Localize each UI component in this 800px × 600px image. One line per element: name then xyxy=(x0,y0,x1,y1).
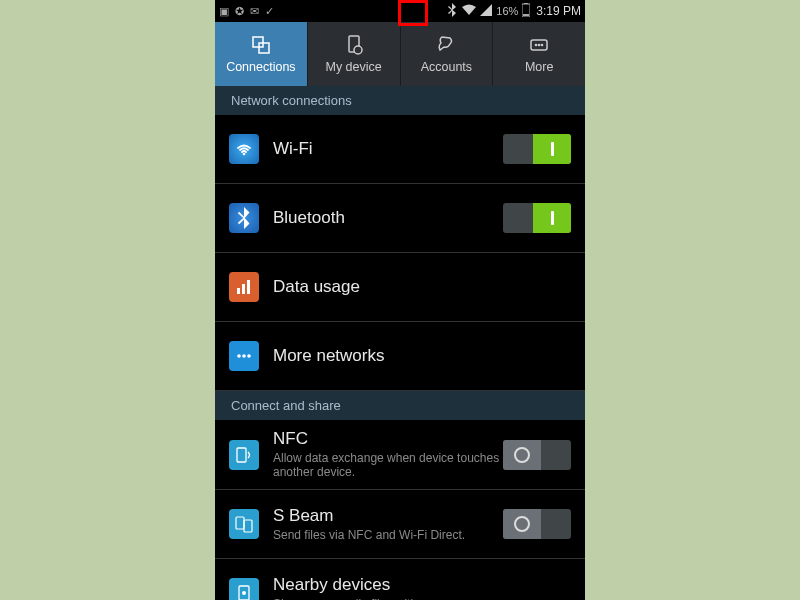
nearby-sub: Share your media files with xyxy=(273,597,571,600)
nfc-icon xyxy=(229,440,259,470)
svg-rect-20 xyxy=(244,520,252,532)
svg-point-22 xyxy=(242,591,246,595)
nfc-label: NFC xyxy=(273,430,503,449)
my-device-icon xyxy=(343,34,365,56)
battery-icon xyxy=(522,3,530,19)
s-beam-icon xyxy=(229,509,259,539)
image-icon: ▣ xyxy=(219,5,229,18)
more-networks-icon xyxy=(229,341,259,371)
svg-rect-14 xyxy=(247,280,250,294)
data-usage-icon xyxy=(229,272,259,302)
s-beam-toggle[interactable] xyxy=(503,509,571,539)
wifi-icon xyxy=(462,4,476,18)
svg-point-10 xyxy=(541,44,544,47)
status-time: 3:19 PM xyxy=(536,4,581,18)
svg-point-17 xyxy=(247,354,251,358)
svg-rect-2 xyxy=(523,14,529,16)
connections-icon xyxy=(250,34,272,56)
mail-icon: ✉ xyxy=(250,5,259,18)
s-beam-label: S Beam xyxy=(273,507,503,526)
tab-accounts[interactable]: Accounts xyxy=(400,22,493,86)
svg-point-16 xyxy=(242,354,246,358)
battery-percent: 16% xyxy=(496,5,518,17)
shield-icon: ✪ xyxy=(235,5,244,18)
nfc-sub: Allow data exchange when device touches … xyxy=(273,451,503,480)
bluetooth-label: Bluetooth xyxy=(273,209,503,228)
svg-point-8 xyxy=(535,44,538,47)
phone-screen: ▣ ✪ ✉ ✓ 16% 3:19 PM Co xyxy=(215,0,585,600)
signal-icon xyxy=(480,4,492,18)
tab-label: Accounts xyxy=(421,60,472,74)
more-icon xyxy=(528,34,550,56)
nearby-label: Nearby devices xyxy=(273,576,571,595)
more-networks-label: More networks xyxy=(273,347,571,366)
tab-connections[interactable]: Connections xyxy=(215,22,307,86)
tab-label: More xyxy=(525,60,553,74)
bluetooth-icon xyxy=(229,203,259,233)
svg-point-9 xyxy=(538,44,541,47)
s-beam-sub: Send files via NFC and Wi-Fi Direct. xyxy=(273,528,503,542)
svg-rect-18 xyxy=(237,448,246,462)
svg-rect-13 xyxy=(242,284,245,294)
svg-rect-4 xyxy=(259,43,269,53)
bluetooth-toggle[interactable] xyxy=(503,203,571,233)
svg-rect-12 xyxy=(237,288,240,294)
svg-point-6 xyxy=(354,46,362,54)
svg-rect-1 xyxy=(524,3,528,4)
row-data-usage[interactable]: Data usage xyxy=(215,253,585,322)
tab-my-device[interactable]: My device xyxy=(307,22,400,86)
nearby-devices-icon xyxy=(229,578,259,600)
row-s-beam[interactable]: S Beam Send files via NFC and Wi-Fi Dire… xyxy=(215,490,585,559)
row-nearby-devices[interactable]: Nearby devices Share your media files wi… xyxy=(215,559,585,600)
tab-more[interactable]: More xyxy=(492,22,585,86)
svg-point-11 xyxy=(243,153,246,156)
bluetooth-icon xyxy=(446,3,458,19)
nfc-toggle[interactable] xyxy=(503,440,571,470)
settings-tabs: Connections My device Accounts More xyxy=(215,22,585,86)
wifi-label: Wi-Fi xyxy=(273,140,503,159)
wifi-toggle[interactable] xyxy=(503,134,571,164)
row-nfc[interactable]: NFC Allow data exchange when device touc… xyxy=(215,420,585,490)
section-network-connections: Network connections xyxy=(215,86,585,115)
accounts-icon xyxy=(435,34,457,56)
row-wifi[interactable]: Wi-Fi xyxy=(215,115,585,184)
row-more-networks[interactable]: More networks xyxy=(215,322,585,391)
wifi-icon xyxy=(229,134,259,164)
tab-label: Connections xyxy=(226,60,296,74)
tab-label: My device xyxy=(325,60,381,74)
bluetooth-status-highlight xyxy=(398,0,428,26)
row-bluetooth[interactable]: Bluetooth xyxy=(215,184,585,253)
svg-rect-19 xyxy=(236,517,244,529)
section-connect-share: Connect and share xyxy=(215,391,585,420)
data-usage-label: Data usage xyxy=(273,278,571,297)
task-icon: ✓ xyxy=(265,5,274,18)
svg-rect-3 xyxy=(253,37,263,47)
svg-point-15 xyxy=(237,354,241,358)
